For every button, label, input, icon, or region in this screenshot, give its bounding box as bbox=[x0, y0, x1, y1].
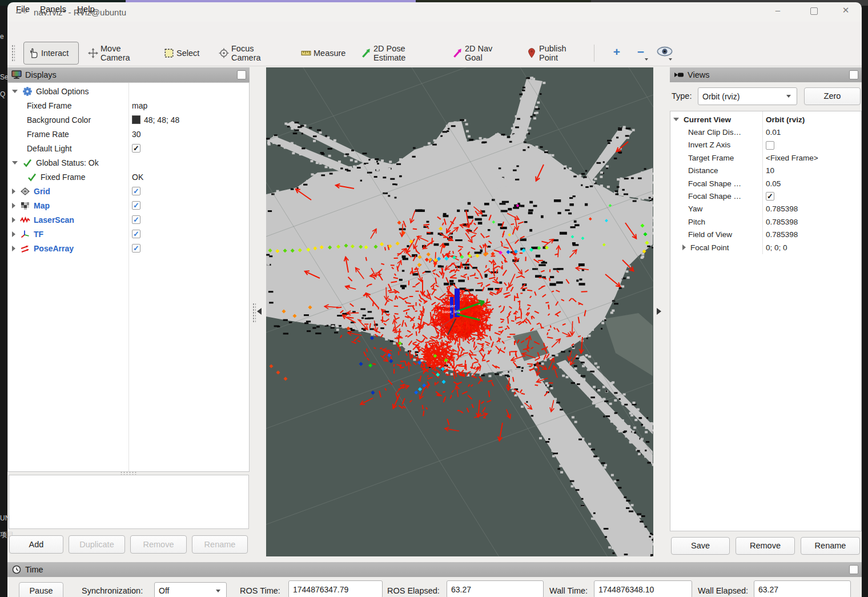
expander-closed-icon[interactable] bbox=[12, 246, 15, 251]
displays-column-divider[interactable] bbox=[128, 83, 129, 471]
displays-row-global-status-ok[interactable]: Global Status: Ok bbox=[7, 155, 128, 170]
views-remove-button[interactable]: Remove bbox=[736, 537, 795, 555]
views-rename-button[interactable]: Rename bbox=[801, 537, 860, 555]
remove-tool-button[interactable]: − bbox=[632, 45, 649, 61]
displays-float-button[interactable] bbox=[237, 70, 246, 79]
toolbar: InteractMove CameraSelectFocus CameraMea… bbox=[7, 40, 862, 66]
close-button[interactable]: ✕ bbox=[836, 3, 855, 17]
expander-closed-icon[interactable] bbox=[12, 203, 15, 209]
chevron-down-icon bbox=[669, 58, 672, 61]
gear-icon bbox=[22, 87, 33, 96]
displays-panel-title: Displays bbox=[25, 70, 57, 79]
displays-row-frame-rate[interactable]: Frame Rate bbox=[7, 127, 128, 141]
ruler-icon bbox=[301, 48, 311, 58]
views-value: 0.785398 bbox=[766, 215, 798, 228]
views-row-focal-shape-[interactable]: Focal Shape … bbox=[670, 177, 762, 190]
collapse-left-panel-button[interactable] bbox=[257, 308, 262, 315]
time-field-wall-elapsed-[interactable]: 63.27 bbox=[754, 580, 851, 597]
desktop-text-fragment: Se bbox=[0, 73, 9, 81]
focus-icon bbox=[219, 48, 229, 58]
views-row-target-frame[interactable]: Target Frame bbox=[670, 151, 762, 164]
views-row-current-view[interactable]: Current View bbox=[670, 113, 762, 126]
views-save-button[interactable]: Save bbox=[671, 537, 730, 555]
tool-focus-camera[interactable]: Focus Camera bbox=[214, 42, 284, 65]
clock-icon bbox=[11, 565, 22, 574]
pause-button[interactable]: Pause bbox=[19, 582, 63, 597]
displays-row-posearray[interactable]: PoseArray bbox=[7, 241, 128, 255]
tool-2d-nav-goal[interactable]: 2D Nav Goal bbox=[448, 42, 511, 65]
displays-checkbox[interactable]: ✓ bbox=[132, 230, 140, 238]
laserscan-icon bbox=[20, 215, 30, 225]
displays-checkbox[interactable]: ✓ bbox=[132, 187, 140, 195]
views-checkbox[interactable] bbox=[766, 141, 774, 150]
displays-row-grid[interactable]: Grid bbox=[7, 184, 128, 198]
title-bar[interactable]: nav.rviz* - RViz@ubuntu bbox=[7, 2, 862, 22]
displays-row-default-light[interactable]: Default Light bbox=[7, 141, 128, 155]
minimize-button[interactable]: – bbox=[768, 3, 787, 17]
menu-help[interactable]: Help bbox=[74, 3, 98, 15]
views-row-focal-point[interactable]: Focal Point bbox=[670, 241, 762, 254]
displays-row-fixed-frame[interactable]: Fixed Frame bbox=[7, 98, 128, 113]
expander-closed-icon[interactable] bbox=[12, 217, 15, 223]
sync-dropdown[interactable]: Off bbox=[154, 582, 227, 597]
views-row-yaw[interactable]: Yaw bbox=[670, 203, 762, 215]
displays-remove-button: Remove bbox=[130, 535, 187, 554]
displays-checkbox[interactable]: ✓ bbox=[132, 201, 140, 210]
displays-color-value[interactable]: 48; 48; 48 bbox=[132, 113, 179, 127]
time-field-ros-elapsed-[interactable]: 63.27 bbox=[447, 580, 544, 597]
views-row-invert-z-axis[interactable]: Invert Z Axis bbox=[670, 139, 762, 151]
views-float-button[interactable] bbox=[849, 70, 858, 79]
tool-interact[interactable]: Interact bbox=[23, 42, 79, 65]
tool-properties-button[interactable] bbox=[656, 45, 673, 61]
expander-open-icon[interactable] bbox=[12, 90, 18, 93]
tool-measure[interactable]: Measure bbox=[296, 42, 344, 65]
displays-checkbox[interactable]: ✓ bbox=[132, 215, 140, 224]
time-panel-header[interactable]: Time bbox=[7, 562, 862, 577]
tf-icon bbox=[20, 230, 30, 239]
time-field-ros-time-[interactable]: 1744876347.79 bbox=[288, 580, 383, 597]
expander-closed-icon[interactable] bbox=[12, 231, 15, 237]
add-tool-button[interactable]: + bbox=[608, 45, 625, 61]
menu-file[interactable]: File bbox=[13, 3, 33, 15]
time-field-wall-time-[interactable]: 1744876348.10 bbox=[594, 580, 692, 597]
toolbar-separator bbox=[594, 45, 594, 62]
views-row-focal-shape-[interactable]: Focal Shape … bbox=[670, 190, 762, 202]
expander-open-icon[interactable] bbox=[12, 161, 18, 165]
displays-row-global-options[interactable]: Global Options bbox=[7, 84, 128, 98]
3d-viewport[interactable] bbox=[266, 67, 653, 556]
menu-panels[interactable]: Panels bbox=[37, 3, 70, 15]
tool-select[interactable]: Select bbox=[159, 42, 202, 65]
expander-closed-icon[interactable] bbox=[12, 189, 15, 194]
maximize-button[interactable] bbox=[804, 3, 823, 17]
displays-row-fixed-frame[interactable]: Fixed Frame bbox=[7, 170, 128, 184]
check-icon bbox=[27, 173, 37, 182]
displays-row-laserscan[interactable]: LaserScan bbox=[7, 213, 128, 227]
views-row-distance[interactable]: Distance bbox=[670, 165, 762, 177]
left-splitter-handle[interactable] bbox=[252, 303, 256, 322]
time-field-label: Wall Time: bbox=[549, 586, 588, 595]
displays-add-button[interactable]: Add bbox=[9, 535, 63, 554]
displays-row-background-color[interactable]: Background Color bbox=[7, 113, 128, 127]
displays-help-area bbox=[9, 475, 249, 529]
displays-checkbox[interactable]: ✓ bbox=[132, 244, 140, 253]
tool-move-camera[interactable]: Move Camera bbox=[83, 42, 148, 65]
expander-closed-icon[interactable] bbox=[682, 245, 686, 250]
collapse-right-panel-button[interactable] bbox=[657, 308, 661, 315]
displays-panel-header[interactable]: Displays bbox=[7, 67, 250, 82]
view-type-dropdown[interactable]: Orbit (rviz) bbox=[698, 87, 797, 105]
views-row-field-of-view[interactable]: Field of View bbox=[670, 229, 762, 241]
tool-publish-point[interactable]: Publish Point bbox=[522, 42, 586, 65]
views-checkbox[interactable]: ✓ bbox=[766, 192, 774, 201]
views-row-pitch[interactable]: Pitch bbox=[670, 215, 762, 228]
displays-checkbox[interactable]: ✓ bbox=[132, 144, 140, 153]
zero-button[interactable]: Zero bbox=[804, 87, 861, 105]
time-float-button[interactable] bbox=[849, 565, 858, 574]
tool-2d-pose-estimate[interactable]: 2D Pose Estimate bbox=[356, 42, 436, 65]
expander-open-icon[interactable] bbox=[673, 118, 679, 121]
displays-row-map[interactable]: Map bbox=[7, 198, 128, 213]
displays-row-tf[interactable]: TF bbox=[7, 227, 128, 241]
views-column-divider[interactable] bbox=[762, 111, 763, 254]
views-panel-header[interactable]: Views bbox=[670, 67, 862, 82]
toolbar-drag-handle[interactable] bbox=[11, 45, 15, 62]
views-row-near-clip-dis-[interactable]: Near Clip Dis… bbox=[670, 126, 762, 138]
